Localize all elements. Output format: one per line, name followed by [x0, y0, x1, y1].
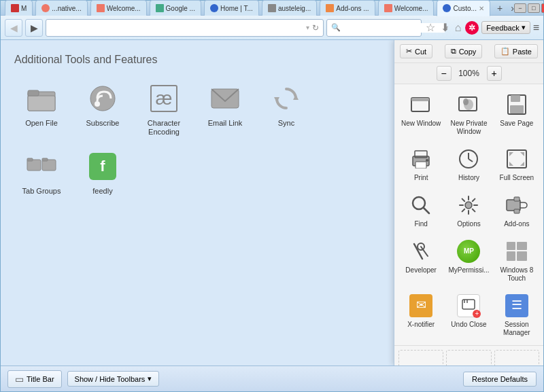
svg-point-16: [463, 99, 469, 105]
feedback-dropdown-icon: ▾: [522, 23, 526, 32]
session-manager-icon: ☰: [505, 293, 529, 318]
show-toolbars-label: Show / Hide Toolbars: [75, 375, 146, 383]
browser-tab-home[interactable]: Home | T...: [204, 0, 259, 16]
custo-favicon: [443, 4, 451, 12]
tab-label-gmail: M: [21, 5, 27, 12]
browser-tab-custo[interactable]: Custo... ✕: [437, 0, 490, 16]
close-button[interactable]: ✕: [541, 3, 544, 13]
mypermissions-label: MyPermissi...: [448, 266, 489, 274]
toolbars-dropdown-icon: ▾: [148, 374, 152, 383]
menu-item-xnotifier[interactable]: ✉ X-notifier: [398, 289, 443, 341]
svg-rect-11: [42, 158, 48, 161]
tool-item-sync[interactable]: Sync: [259, 82, 313, 137]
gmail-favicon: [11, 4, 19, 12]
menu-item-addons[interactable]: Add-ons: [494, 189, 539, 232]
options-label: Options: [457, 220, 480, 228]
search-bar: 🔍 ▾: [326, 19, 422, 37]
tool-item-feedly[interactable]: f feedly: [75, 150, 130, 196]
menu-item-undoclose[interactable]: Undo Close: [446, 289, 491, 341]
browser-tab-welcome2[interactable]: Welcome...: [378, 0, 435, 16]
tool-item-subscribe[interactable]: Subscribe: [75, 82, 130, 137]
new-tab-button[interactable]: +: [493, 1, 507, 15]
menu-item-history[interactable]: History: [446, 143, 491, 186]
browser-tab-addons[interactable]: Add-ons ...: [320, 0, 375, 16]
home-icon[interactable]: ⌂: [454, 20, 463, 35]
maximize-button[interactable]: □: [528, 3, 540, 13]
url-dropdown-icon[interactable]: ▾: [306, 24, 309, 31]
download-icon[interactable]: ⬇: [439, 20, 451, 35]
developer-icon: [409, 239, 433, 264]
svg-rect-1: [28, 96, 55, 111]
menu-item-developer[interactable]: Developer: [398, 235, 443, 287]
tool-item-open-file[interactable]: Open File: [14, 82, 69, 137]
save-page-icon: [505, 92, 529, 117]
svg-rect-2: [28, 90, 39, 96]
browser-tab-austeig[interactable]: austeleig...: [262, 0, 317, 16]
title-bar-button[interactable]: ▭ Title Bar: [7, 370, 62, 388]
menu-item-mypermissions[interactable]: MP MyPermissi...: [446, 235, 491, 287]
tab-groups-icon: [25, 150, 58, 183]
google-favicon: [156, 4, 164, 12]
win8touch-label: Windows 8 Touch: [496, 266, 538, 283]
private-window-label: New Private Window: [447, 120, 490, 136]
cut-button[interactable]: ✂ Cut: [400, 44, 432, 58]
restore-defaults-button[interactable]: Restore Defaults: [463, 372, 537, 387]
restore-defaults-label: Restore Defaults: [472, 375, 528, 383]
url-input[interactable]: [53, 23, 303, 33]
tab-label-custo: Custo...: [453, 5, 476, 12]
mypermissions-icon: MP: [456, 239, 481, 264]
menu-item-session-manager[interactable]: ☰ Session Manager: [494, 289, 539, 341]
menu-item-print[interactable]: Print: [398, 143, 443, 186]
reload-button[interactable]: ↻: [312, 23, 319, 33]
email-link-icon: [209, 82, 241, 115]
svg-point-4: [95, 101, 100, 107]
svg-rect-22: [415, 162, 426, 168]
minimize-button[interactable]: −: [514, 3, 526, 13]
copy-icon: ⧉: [451, 47, 456, 56]
back-button[interactable]: ◀: [5, 19, 22, 37]
browser-tab-native[interactable]: ...native...: [35, 0, 87, 16]
menu-item-fullscreen[interactable]: Full Screen: [494, 143, 539, 186]
tool-item-tab-groups[interactable]: Tab Groups: [14, 150, 69, 196]
svg-point-23: [426, 159, 428, 162]
browser-tab-welcome1[interactable]: Welcome...: [90, 0, 147, 16]
forward-button[interactable]: ▶: [25, 19, 43, 37]
tab-label-austeig: austeleig...: [278, 5, 311, 12]
bottom-toolbar: ▭ Title Bar Show / Hide Toolbars ▾ Resto…: [1, 366, 543, 391]
empty-slot-3: [494, 350, 539, 366]
show-toolbars-button[interactable]: Show / Hide Toolbars ▾: [67, 371, 160, 387]
zoom-in-button[interactable]: +: [487, 66, 502, 81]
paste-icon: 📋: [500, 47, 510, 56]
menu-item-options[interactable]: Options: [446, 189, 491, 232]
browser-tab-gmail[interactable]: M: [5, 0, 33, 16]
private-window-icon: [456, 92, 481, 117]
feedback-button[interactable]: Feedback ▾: [481, 21, 530, 34]
open-file-label: Open File: [25, 119, 58, 128]
empty-slot-2: [446, 350, 491, 366]
svg-line-26: [469, 159, 473, 162]
menu-item-save-page[interactable]: Save Page: [494, 88, 539, 140]
char-encoding-label: Character Encoding: [137, 119, 191, 137]
navigation-bar: ◀ ▶ ▾ ↻ 🔍 ▾ ☆ ⬇ ⌂ ✲ Feedback ▾ ≡: [1, 16, 543, 40]
svg-rect-13: [411, 98, 429, 101]
browser-tab-google[interactable]: Google ...: [150, 0, 201, 16]
menu-item-find[interactable]: Find: [398, 189, 443, 232]
window-controls: − □ ✕: [514, 3, 544, 13]
bookmark-star-icon[interactable]: ☆: [424, 20, 437, 35]
tool-item-char-encoding[interactable]: æ Character Encoding: [137, 82, 191, 137]
cut-label: Cut: [415, 48, 426, 56]
paste-button[interactable]: 📋 Paste: [494, 44, 538, 58]
svg-rect-32: [514, 197, 520, 201]
menu-item-private-window[interactable]: New Private Window: [446, 88, 491, 140]
edit-actions-row: ✂ Cut ⧉ Copy 📋 Paste: [394, 40, 543, 63]
health-report-icon[interactable]: ✲: [465, 21, 479, 35]
menu-item-win8touch[interactable]: Windows 8 Touch: [494, 235, 539, 287]
hamburger-menu-icon[interactable]: ≡: [533, 22, 539, 34]
browser-window: M ...native... Welcome... Google ... Hom…: [0, 0, 544, 392]
zoom-out-button[interactable]: −: [437, 66, 452, 81]
tool-item-email-link[interactable]: Email Link: [198, 82, 252, 137]
menu-item-new-window[interactable]: New Window: [398, 88, 443, 140]
copy-button[interactable]: ⧉ Copy: [445, 44, 483, 58]
tab-groups-label: Tab Groups: [22, 187, 61, 196]
custo-tab-close[interactable]: ✕: [479, 5, 484, 12]
